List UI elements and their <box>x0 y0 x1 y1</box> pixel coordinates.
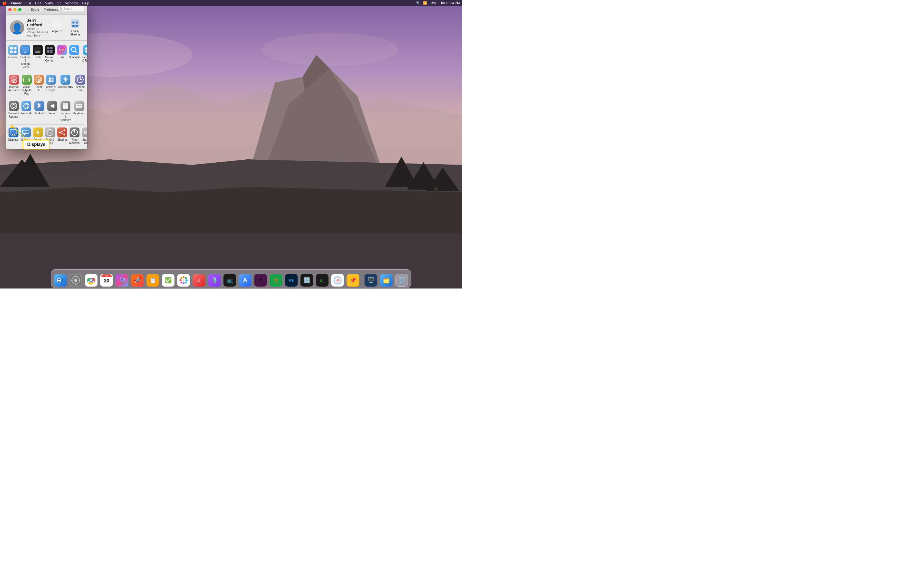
svg-point-59 <box>48 80 51 82</box>
svg-rect-24 <box>10 50 13 53</box>
minimize-button[interactable] <box>13 8 16 11</box>
family-sharing-button[interactable]: Family Sharing <box>67 19 83 36</box>
timemachine-icon <box>69 127 79 137</box>
annotation-callout-label: Displays <box>27 142 45 147</box>
close-button[interactable] <box>8 8 11 11</box>
menubar-edit[interactable]: Edit <box>35 1 41 5</box>
dock-photoshop[interactable]: Ps <box>284 272 299 287</box>
dock-screens[interactable]: 🖥️ <box>364 272 378 287</box>
accessibility-icon <box>60 75 70 85</box>
dock-calendar[interactable]: July 30 <box>100 272 114 287</box>
svg-point-120 <box>58 279 59 280</box>
svg-text:@: @ <box>12 77 16 82</box>
pref-general[interactable]: General <box>7 44 19 71</box>
pref-extensions[interactable]: Extensions <box>86 73 87 97</box>
dock-system-preferences[interactable] <box>69 272 83 287</box>
svg-point-61 <box>51 80 54 82</box>
menubar-go[interactable]: Go <box>57 1 61 5</box>
apple-id-button[interactable]: Apple ID <box>52 19 62 36</box>
pref-sharing[interactable]: Sharing <box>56 126 68 147</box>
dock-finder-2[interactable]: 🗂️ <box>379 272 394 287</box>
menubar-file[interactable]: File <box>26 1 31 5</box>
svg-line-43 <box>75 51 77 53</box>
dock-stickies[interactable]: 📌 <box>346 272 360 287</box>
pref-language[interactable]: Language & Region <box>81 44 87 71</box>
svg-rect-79 <box>63 103 68 105</box>
svg-point-139 <box>180 277 183 279</box>
dock-notes[interactable]: 📋 <box>146 272 160 287</box>
dock-siri[interactable]: 🔮 <box>115 272 129 287</box>
pref-spotlight[interactable]: Spotlight <box>68 44 81 71</box>
dock-podcasts[interactable]: 🎙️ <box>207 272 222 287</box>
pref-bluetooth[interactable]: Bluetooth <box>32 100 46 123</box>
printers-icon <box>60 101 70 111</box>
svg-point-107 <box>59 132 61 133</box>
pref-startup[interactable]: Startup Disk <box>81 126 87 147</box>
touchid-icon <box>34 75 44 85</box>
dock-calculator[interactable]: 🔢 <box>300 272 314 287</box>
dock-terminal[interactable]: $_ <box>315 272 330 287</box>
menubar-app-name[interactable]: Finder <box>11 1 22 5</box>
dock-trash[interactable]: 🗑️ <box>395 272 409 287</box>
apple-menu[interactable]: 🍎 <box>2 1 7 5</box>
profile-section: 👤 Jerri Ledford Apple ID, iCloud, Media … <box>6 15 87 40</box>
dock-safari[interactable] <box>331 272 345 287</box>
dock-launchpad[interactable]: 🚀 <box>130 272 145 287</box>
profile-actions: Apple ID Family Sharing <box>52 19 83 36</box>
sharing-label: Sharing <box>58 138 67 142</box>
svg-line-109 <box>61 131 63 132</box>
pref-dock[interactable]: Dock <box>32 44 44 71</box>
menubar-view[interactable]: View <box>45 1 53 5</box>
pref-touchid[interactable]: Touch ID <box>33 73 45 97</box>
pref-sound[interactable]: Sound <box>46 100 58 123</box>
dock-finder[interactable] <box>53 272 68 287</box>
titlebar: ‹ › ⊞ System Preferences 🔍 Search <box>6 5 87 15</box>
dock-chrome[interactable] <box>84 272 99 287</box>
svg-rect-81 <box>64 106 67 107</box>
pref-screentime[interactable]: Screen Time <box>74 73 86 97</box>
dock-photos[interactable] <box>176 272 191 287</box>
search-bar[interactable]: 🔍 Search <box>58 6 85 11</box>
pref-trackpad[interactable]: Trackpad <box>86 100 87 123</box>
pref-siri[interactable]: Siri Siri <box>56 44 68 71</box>
pref-software[interactable]: Software Update <box>7 100 20 123</box>
dock-apple-tv[interactable]: 📺 <box>223 272 237 287</box>
pref-keyboard[interactable]: Keyboard <box>72 100 86 123</box>
mission-label: Mission Control <box>45 56 55 62</box>
menubar-wifi-icon[interactable]: 📶 <box>423 1 427 5</box>
desktop-label: Desktop & Screen Saver <box>20 56 31 69</box>
network-label: Network <box>21 112 31 115</box>
svg-marker-78 <box>51 103 54 108</box>
menubar: 🍎 Finder File Edit View Go Window Help 🔍… <box>0 0 462 6</box>
pref-timemachine[interactable]: Time Machine <box>68 126 81 147</box>
menubar-spotlight-icon[interactable]: 🔍 <box>416 1 420 5</box>
svg-rect-83 <box>63 108 68 110</box>
pref-network[interactable]: Network <box>20 100 32 123</box>
pref-wallet[interactable]: Wallet & Apple Pay <box>21 73 33 97</box>
software-label: Software Update <box>8 112 19 118</box>
dock-slack[interactable]: # <box>254 272 268 287</box>
profile-name: Jerri Ledford <box>27 18 49 27</box>
pref-desktop[interactable]: Desktop & Screen Saver <box>19 44 32 71</box>
svg-line-110 <box>61 133 63 134</box>
svg-point-127 <box>71 280 73 281</box>
menubar-right: 🔍 📶 81% Thu 10:14 PM <box>416 1 460 5</box>
pref-printers[interactable]: Printers & Scanners <box>58 100 72 123</box>
pref-accessibility[interactable]: Accessibility <box>57 73 74 97</box>
dock-app-store[interactable]: A <box>238 272 252 287</box>
dock-reminders[interactable]: ✅ <box>161 272 176 287</box>
menubar-help[interactable]: Help <box>82 1 89 5</box>
back-button[interactable]: ‹ <box>24 7 30 12</box>
pref-mission[interactable]: Mission Control <box>44 44 56 71</box>
pref-internet[interactable]: @ Internet Accounts <box>7 73 21 97</box>
svg-point-140 <box>185 277 187 279</box>
bluetooth-label: Bluetooth <box>34 112 45 115</box>
dock-palm[interactable]: 🌴 <box>269 272 283 287</box>
menubar-window[interactable]: Window <box>65 1 78 5</box>
network-icon <box>21 101 31 111</box>
pref-users[interactable]: Users & Groups <box>45 73 57 97</box>
svg-rect-88 <box>77 106 78 108</box>
svg-point-121 <box>59 279 60 280</box>
maximize-button[interactable] <box>18 8 21 11</box>
dock-music[interactable]: ♪ <box>192 272 206 287</box>
